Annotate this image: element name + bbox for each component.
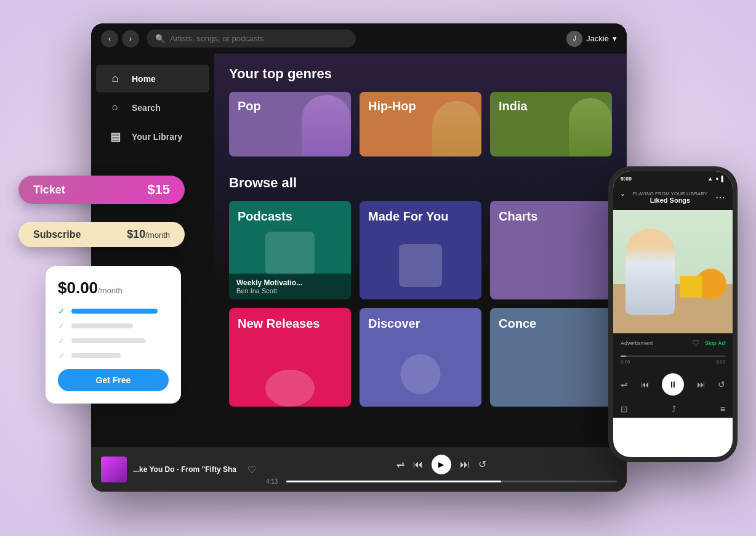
browse-card-podcasts[interactable]: Podcasts Weekly Motivatio... Ben Ina Sco…	[229, 201, 351, 299]
browse-card-newreleases[interactable]: New Releases	[229, 308, 351, 407]
ticket-badge[interactable]: Ticket $15	[18, 176, 185, 204]
player-progress: 4:13	[266, 478, 617, 485]
phone-player-top: ˅ PLAYING FROM YOUR LIBRARY Liked Songs …	[613, 186, 733, 210]
phone-time: 9:00	[621, 176, 632, 182]
tablet-device: ‹ › 🔍 J Jackie ▾ ⌂ Home	[91, 23, 627, 492]
phone-progress-fill	[621, 355, 626, 357]
player-play-button[interactable]: ▶	[432, 455, 451, 474]
player-prev-button[interactable]: ⏮	[413, 459, 423, 470]
feature-row-1: ✓	[58, 306, 169, 316]
subscribe-badge[interactable]: Subscribe $10/month	[18, 222, 185, 247]
phone-pause-button[interactable]: ⏸	[662, 373, 684, 396]
phone-controls: ⇌ ⏮ ⏸ ⏭ ↺	[613, 370, 733, 400]
genre-pop-label: Pop	[238, 99, 261, 113]
nav-forward-button[interactable]: ›	[122, 30, 139, 47]
phone-prev-button[interactable]: ⏮	[641, 380, 649, 389]
phone-next-button[interactable]: ⏭	[697, 380, 706, 389]
sidebar-item-home[interactable]: ⌂ Home	[96, 65, 209, 92]
phone-status-icons: ▲ ● ▌	[707, 176, 725, 182]
phone-progress-bar[interactable]	[621, 355, 725, 357]
phone-menu-icon[interactable]: ⋯	[715, 192, 725, 203]
feature-check-4: ✓	[58, 351, 65, 360]
phone-shuffle-button[interactable]: ⇌	[621, 380, 628, 389]
user-profile-button[interactable]: J Jackie ▾	[566, 31, 617, 47]
madeforyou-art	[399, 244, 442, 287]
phone-skip-ad-button[interactable]: Skip Ad	[705, 340, 725, 346]
browse-card-concerts[interactable]: Conce	[490, 308, 612, 407]
player-skip-button[interactable]: ⏭	[460, 459, 470, 470]
feature-row-4: ✓	[58, 351, 169, 360]
search-nav-icon: ○	[108, 101, 122, 114]
browse-card-discover[interactable]: Discover	[360, 308, 481, 407]
nav-back-button[interactable]: ‹	[101, 30, 118, 47]
feature-row-2: ✓	[58, 321, 169, 331]
genres-grid: Pop Hip-Hop India	[229, 92, 612, 156]
feature-check-2: ✓	[58, 321, 65, 331]
browse-madeforyou-label: Made For You	[368, 209, 448, 224]
player-time: 4:13	[266, 478, 281, 485]
phone-album-art	[613, 210, 733, 333]
phone-signal-icon: ●	[715, 176, 718, 182]
phone-bottom-bar: ⊡ ⤴ ≡	[613, 400, 733, 418]
newreleases-art	[265, 370, 315, 407]
phone-heart-icon[interactable]: ♡	[692, 338, 700, 348]
browse-all-title: Browse all	[229, 175, 612, 191]
home-icon: ⌂	[108, 72, 122, 85]
player-track-name: ...ke You Do - From "Fifty Sha	[133, 465, 236, 474]
nav-arrows: ‹ ›	[101, 30, 139, 47]
phone-chevron-icon[interactable]: ˅	[621, 193, 625, 203]
search-icon: 🔍	[155, 34, 165, 43]
phone-time-start: 0:05	[621, 359, 630, 365]
feature-row-3: ✓	[58, 336, 169, 346]
podcast-art	[265, 232, 315, 275]
search-input[interactable]	[170, 34, 347, 43]
feature-bar-3	[71, 338, 145, 343]
phone-menu-button[interactable]: ≡	[720, 404, 725, 414]
browse-newreleases-label: New Releases	[238, 317, 320, 331]
sidebar-item-search[interactable]: ○ Search	[96, 94, 209, 121]
genre-hiphop-label: Hip-Hop	[368, 99, 416, 113]
phone-share-button[interactable]: ⤴	[672, 404, 676, 414]
feature-check-3: ✓	[58, 336, 65, 346]
kitchen-person	[625, 229, 675, 315]
player-heart-button[interactable]: ♡	[247, 464, 256, 476]
phone-progress-section: 0:05 3:00	[613, 353, 733, 370]
progress-fill	[286, 481, 501, 482]
user-name: Jackie	[586, 34, 609, 43]
sidebar-item-library[interactable]: ▤ Your Library	[96, 123, 209, 151]
phone-ad-bar: Advertisment ♡ Skip Ad	[613, 333, 733, 353]
get-free-button[interactable]: Get Free	[58, 369, 169, 391]
player-buttons: ⇌ ⏮ ▶ ⏭ ↺	[396, 455, 486, 474]
phone-time-end: 3:00	[715, 359, 725, 365]
player-repeat-button[interactable]: ↺	[478, 458, 486, 470]
ticket-label: Ticket	[33, 184, 65, 197]
browse-card-madeforyou[interactable]: Made For You	[360, 201, 481, 299]
phone-track-info: PLAYING FROM YOUR LIBRARY Liked Songs	[633, 191, 707, 204]
phone-playing-from: PLAYING FROM YOUR LIBRARY	[633, 191, 707, 197]
phone-repeat-button[interactable]: ↺	[718, 380, 725, 389]
phone-time-row: 0:05 3:00	[621, 359, 725, 365]
progress-track[interactable]	[286, 481, 617, 482]
ticket-price: $15	[147, 182, 170, 198]
phone-playlist-name: Liked Songs	[633, 197, 707, 204]
phone-battery-icon: ▌	[722, 176, 725, 182]
content-area: Your top genres Pop Hip-Hop India	[214, 54, 627, 447]
browse-grid: Podcasts Weekly Motivatio... Ben Ina Sco…	[229, 201, 612, 407]
browse-card-charts[interactable]: Charts	[490, 201, 612, 299]
top-bar: ‹ › 🔍 J Jackie ▾	[91, 23, 627, 54]
free-plan-price: $0.00/month	[58, 278, 169, 298]
free-plan-card: $0.00/month ✓ ✓ ✓ ✓ Get Free	[46, 266, 181, 404]
genre-card-india[interactable]: India	[490, 92, 612, 156]
phone-device: 9:00 ▲ ● ▌ ˅ PLAYING FROM YOUR LIBRARY L…	[608, 166, 738, 462]
kitchen-fruit-2	[680, 276, 702, 298]
phone-device-button[interactable]: ⊡	[621, 404, 628, 414]
browse-discover-label: Discover	[368, 317, 420, 331]
search-bar[interactable]: 🔍	[147, 30, 356, 47]
discover-art	[401, 354, 441, 394]
genre-card-pop[interactable]: Pop	[229, 92, 351, 156]
podcast-title: Weekly Motivatio...	[236, 278, 344, 287]
player-shuffle-button[interactable]: ⇌	[396, 458, 404, 470]
genre-card-hiphop[interactable]: Hip-Hop	[360, 92, 481, 156]
genre-india-art	[569, 98, 612, 156]
player-controls: ⇌ ⏮ ▶ ⏭ ↺ 4:13	[266, 455, 617, 485]
